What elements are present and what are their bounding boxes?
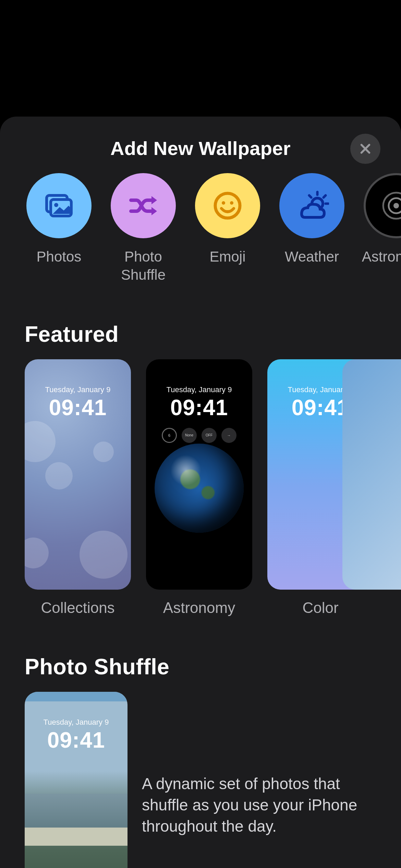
photos-icon <box>26 173 92 238</box>
widget-row: 6 None OFF → <box>146 428 252 443</box>
close-button[interactable] <box>350 134 380 164</box>
svg-line-11 <box>309 195 311 197</box>
photo-shuffle-preview[interactable]: Tuesday, January 9 09:41 <box>25 692 127 868</box>
section-heading: Photo Shuffle <box>25 654 401 679</box>
sheet-header: Add New Wallpaper <box>0 117 401 173</box>
category-photo-shuffle[interactable]: Photo Shuffle <box>109 173 178 284</box>
wallpaper-preview: Tuesday, January 9 09:41 <box>25 359 131 590</box>
widget-arrow: → <box>221 428 236 443</box>
wallpaper-sheet: Add New Wallpaper Photos Photo Shuffle E… <box>0 117 401 868</box>
widget-battery-ring: 6 <box>162 428 177 443</box>
preview-date: Tuesday, January 9 <box>45 385 111 394</box>
category-emoji[interactable]: Emoji <box>193 173 262 284</box>
svg-point-5 <box>215 193 240 218</box>
preview-time: 09:41 <box>49 395 107 420</box>
featured-section: Featured Tuesday, January 9 09:41 Collec… <box>0 322 401 616</box>
widget-off: OFF <box>202 428 217 443</box>
shuffle-icon <box>111 173 176 238</box>
photo-shuffle-section: Photo Shuffle Tuesday, January 9 09:41 A… <box>0 654 401 868</box>
section-heading: Featured <box>25 322 401 347</box>
photo-shuffle-row: Tuesday, January 9 09:41 A dynamic set o… <box>25 692 401 868</box>
featured-item-peek[interactable] <box>389 359 401 616</box>
category-astronomy[interactable]: Astronomy <box>362 173 401 284</box>
weather-icon <box>279 173 344 238</box>
category-weather[interactable]: Weather <box>278 173 346 284</box>
preview-date: Tuesday, January 9 <box>44 718 109 727</box>
featured-item-astronomy[interactable]: Tuesday, January 9 09:41 6 None OFF → As… <box>146 359 252 616</box>
category-label: Emoji <box>209 248 245 266</box>
category-label: Photo Shuffle <box>121 248 166 284</box>
svg-point-6 <box>222 201 225 205</box>
preview-time: 09:41 <box>170 395 228 420</box>
svg-line-9 <box>324 195 326 197</box>
close-icon <box>359 142 372 155</box>
wallpaper-preview <box>342 359 401 590</box>
category-label: Weather <box>285 248 339 266</box>
category-row: Photos Photo Shuffle Emoji Weather Astro… <box>0 173 401 284</box>
svg-point-7 <box>230 201 233 205</box>
astronomy-icon <box>364 173 401 238</box>
wallpaper-preview: Tuesday, January 9 09:41 6 None OFF → <box>146 359 252 590</box>
featured-item-collections[interactable]: Tuesday, January 9 09:41 Collections <box>25 359 131 616</box>
earth-graphic <box>155 444 244 533</box>
preview-time: 09:41 <box>47 727 105 753</box>
photo-shuffle-description: A dynamic set of photos that shuffle as … <box>142 773 382 837</box>
widget-none: None <box>182 428 197 443</box>
category-photos[interactable]: Photos <box>25 173 93 284</box>
emoji-icon <box>195 173 260 238</box>
svg-point-4 <box>54 203 58 207</box>
wallpaper-label: Collections <box>41 599 114 616</box>
wallpaper-label: Color <box>302 599 338 616</box>
svg-point-13 <box>393 203 399 208</box>
wallpaper-label: Astronomy <box>163 599 235 616</box>
category-label: Astronomy <box>362 248 401 266</box>
preview-date: Tuesday, January 9 <box>167 385 232 394</box>
category-label: Photos <box>37 248 82 266</box>
featured-row: Tuesday, January 9 09:41 Collections Tue… <box>25 359 401 616</box>
page-title: Add New Wallpaper <box>14 137 387 159</box>
preview-time: 09:41 <box>292 395 350 420</box>
